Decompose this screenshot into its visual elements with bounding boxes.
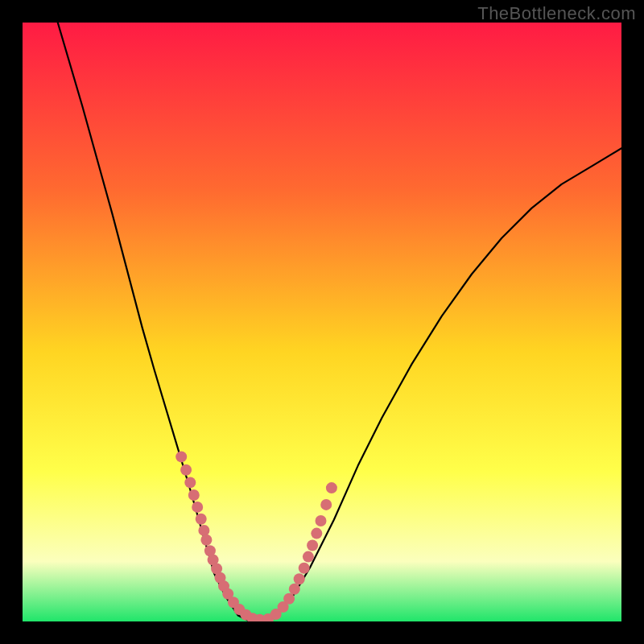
marker-dot xyxy=(192,502,203,513)
marker-dot xyxy=(326,482,337,493)
gradient-background xyxy=(23,23,621,621)
plot-area xyxy=(23,23,621,621)
marker-dot xyxy=(311,528,322,539)
marker-dot xyxy=(175,451,187,462)
marker-dot xyxy=(316,515,327,526)
marker-dot xyxy=(303,551,314,563)
marker-dot xyxy=(320,499,332,510)
marker-dot xyxy=(188,489,200,501)
marker-dot xyxy=(196,514,207,525)
marker-dot xyxy=(184,477,196,488)
plot-svg xyxy=(23,23,621,621)
chart-frame: TheBottleneck.com xyxy=(0,0,644,644)
marker-dot xyxy=(294,573,305,584)
marker-dot xyxy=(283,593,295,605)
marker-dot xyxy=(180,464,192,476)
marker-dot xyxy=(198,525,209,536)
marker-dot xyxy=(307,540,318,551)
marker-dot xyxy=(299,563,310,574)
watermark-text: TheBottleneck.com xyxy=(477,3,636,24)
marker-dot xyxy=(289,584,300,595)
marker-dot xyxy=(200,535,212,546)
